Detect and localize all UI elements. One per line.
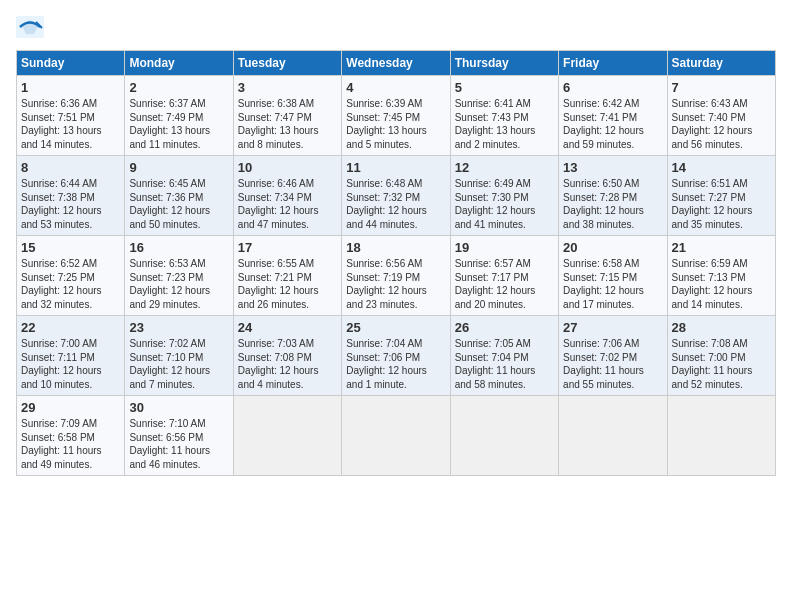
week-row-3: 15Sunrise: 6:52 AMSunset: 7:25 PMDayligh… (17, 236, 776, 316)
calendar-cell: 25Sunrise: 7:04 AMSunset: 7:06 PMDayligh… (342, 316, 450, 396)
day-number: 12 (455, 160, 554, 175)
day-number: 6 (563, 80, 662, 95)
calendar-cell: 13Sunrise: 6:50 AMSunset: 7:28 PMDayligh… (559, 156, 667, 236)
col-header-wednesday: Wednesday (342, 51, 450, 76)
calendar-cell: 1Sunrise: 6:36 AMSunset: 7:51 PMDaylight… (17, 76, 125, 156)
cell-content: Sunrise: 6:58 AMSunset: 7:15 PMDaylight:… (563, 257, 662, 311)
day-number: 4 (346, 80, 445, 95)
day-number: 2 (129, 80, 228, 95)
col-header-monday: Monday (125, 51, 233, 76)
cell-content: Sunrise: 6:50 AMSunset: 7:28 PMDaylight:… (563, 177, 662, 231)
header-row: SundayMondayTuesdayWednesdayThursdayFrid… (17, 51, 776, 76)
calendar-cell: 27Sunrise: 7:06 AMSunset: 7:02 PMDayligh… (559, 316, 667, 396)
calendar-cell (667, 396, 775, 476)
calendar-cell (342, 396, 450, 476)
cell-content: Sunrise: 7:03 AMSunset: 7:08 PMDaylight:… (238, 337, 337, 391)
cell-content: Sunrise: 6:55 AMSunset: 7:21 PMDaylight:… (238, 257, 337, 311)
logo (16, 16, 48, 38)
calendar-table: SundayMondayTuesdayWednesdayThursdayFrid… (16, 50, 776, 476)
calendar-cell: 5Sunrise: 6:41 AMSunset: 7:43 PMDaylight… (450, 76, 558, 156)
calendar-cell: 6Sunrise: 6:42 AMSunset: 7:41 PMDaylight… (559, 76, 667, 156)
cell-content: Sunrise: 6:41 AMSunset: 7:43 PMDaylight:… (455, 97, 554, 151)
calendar-cell: 29Sunrise: 7:09 AMSunset: 6:58 PMDayligh… (17, 396, 125, 476)
cell-content: Sunrise: 7:09 AMSunset: 6:58 PMDaylight:… (21, 417, 120, 471)
calendar-cell: 24Sunrise: 7:03 AMSunset: 7:08 PMDayligh… (233, 316, 341, 396)
cell-content: Sunrise: 6:42 AMSunset: 7:41 PMDaylight:… (563, 97, 662, 151)
calendar-cell: 14Sunrise: 6:51 AMSunset: 7:27 PMDayligh… (667, 156, 775, 236)
calendar-cell: 17Sunrise: 6:55 AMSunset: 7:21 PMDayligh… (233, 236, 341, 316)
calendar-cell: 3Sunrise: 6:38 AMSunset: 7:47 PMDaylight… (233, 76, 341, 156)
col-header-saturday: Saturday (667, 51, 775, 76)
week-row-5: 29Sunrise: 7:09 AMSunset: 6:58 PMDayligh… (17, 396, 776, 476)
col-header-sunday: Sunday (17, 51, 125, 76)
cell-content: Sunrise: 6:52 AMSunset: 7:25 PMDaylight:… (21, 257, 120, 311)
day-number: 15 (21, 240, 120, 255)
calendar-cell: 28Sunrise: 7:08 AMSunset: 7:00 PMDayligh… (667, 316, 775, 396)
day-number: 17 (238, 240, 337, 255)
cell-content: Sunrise: 6:53 AMSunset: 7:23 PMDaylight:… (129, 257, 228, 311)
cell-content: Sunrise: 7:08 AMSunset: 7:00 PMDaylight:… (672, 337, 771, 391)
calendar-cell: 30Sunrise: 7:10 AMSunset: 6:56 PMDayligh… (125, 396, 233, 476)
cell-content: Sunrise: 6:45 AMSunset: 7:36 PMDaylight:… (129, 177, 228, 231)
cell-content: Sunrise: 6:39 AMSunset: 7:45 PMDaylight:… (346, 97, 445, 151)
day-number: 18 (346, 240, 445, 255)
logo-icon (16, 16, 44, 38)
cell-content: Sunrise: 6:51 AMSunset: 7:27 PMDaylight:… (672, 177, 771, 231)
page-header (16, 16, 776, 38)
cell-content: Sunrise: 6:37 AMSunset: 7:49 PMDaylight:… (129, 97, 228, 151)
calendar-cell (450, 396, 558, 476)
calendar-cell: 10Sunrise: 6:46 AMSunset: 7:34 PMDayligh… (233, 156, 341, 236)
cell-content: Sunrise: 7:04 AMSunset: 7:06 PMDaylight:… (346, 337, 445, 391)
day-number: 9 (129, 160, 228, 175)
cell-content: Sunrise: 6:43 AMSunset: 7:40 PMDaylight:… (672, 97, 771, 151)
day-number: 16 (129, 240, 228, 255)
cell-content: Sunrise: 6:49 AMSunset: 7:30 PMDaylight:… (455, 177, 554, 231)
col-header-friday: Friday (559, 51, 667, 76)
day-number: 14 (672, 160, 771, 175)
day-number: 7 (672, 80, 771, 95)
day-number: 19 (455, 240, 554, 255)
calendar-cell: 11Sunrise: 6:48 AMSunset: 7:32 PMDayligh… (342, 156, 450, 236)
calendar-cell: 12Sunrise: 6:49 AMSunset: 7:30 PMDayligh… (450, 156, 558, 236)
calendar-cell: 16Sunrise: 6:53 AMSunset: 7:23 PMDayligh… (125, 236, 233, 316)
calendar-cell: 18Sunrise: 6:56 AMSunset: 7:19 PMDayligh… (342, 236, 450, 316)
day-number: 1 (21, 80, 120, 95)
calendar-cell: 9Sunrise: 6:45 AMSunset: 7:36 PMDaylight… (125, 156, 233, 236)
day-number: 5 (455, 80, 554, 95)
day-number: 13 (563, 160, 662, 175)
day-number: 3 (238, 80, 337, 95)
day-number: 27 (563, 320, 662, 335)
day-number: 10 (238, 160, 337, 175)
cell-content: Sunrise: 6:56 AMSunset: 7:19 PMDaylight:… (346, 257, 445, 311)
calendar-cell: 26Sunrise: 7:05 AMSunset: 7:04 PMDayligh… (450, 316, 558, 396)
day-number: 30 (129, 400, 228, 415)
calendar-cell: 20Sunrise: 6:58 AMSunset: 7:15 PMDayligh… (559, 236, 667, 316)
cell-content: Sunrise: 7:06 AMSunset: 7:02 PMDaylight:… (563, 337, 662, 391)
calendar-cell: 22Sunrise: 7:00 AMSunset: 7:11 PMDayligh… (17, 316, 125, 396)
cell-content: Sunrise: 6:38 AMSunset: 7:47 PMDaylight:… (238, 97, 337, 151)
day-number: 8 (21, 160, 120, 175)
col-header-thursday: Thursday (450, 51, 558, 76)
cell-content: Sunrise: 7:10 AMSunset: 6:56 PMDaylight:… (129, 417, 228, 471)
cell-content: Sunrise: 6:44 AMSunset: 7:38 PMDaylight:… (21, 177, 120, 231)
day-number: 29 (21, 400, 120, 415)
cell-content: Sunrise: 6:57 AMSunset: 7:17 PMDaylight:… (455, 257, 554, 311)
cell-content: Sunrise: 6:46 AMSunset: 7:34 PMDaylight:… (238, 177, 337, 231)
day-number: 25 (346, 320, 445, 335)
week-row-4: 22Sunrise: 7:00 AMSunset: 7:11 PMDayligh… (17, 316, 776, 396)
day-number: 21 (672, 240, 771, 255)
calendar-cell (233, 396, 341, 476)
calendar-cell: 2Sunrise: 6:37 AMSunset: 7:49 PMDaylight… (125, 76, 233, 156)
calendar-cell: 4Sunrise: 6:39 AMSunset: 7:45 PMDaylight… (342, 76, 450, 156)
calendar-cell: 21Sunrise: 6:59 AMSunset: 7:13 PMDayligh… (667, 236, 775, 316)
calendar-cell: 23Sunrise: 7:02 AMSunset: 7:10 PMDayligh… (125, 316, 233, 396)
day-number: 26 (455, 320, 554, 335)
day-number: 11 (346, 160, 445, 175)
calendar-cell: 15Sunrise: 6:52 AMSunset: 7:25 PMDayligh… (17, 236, 125, 316)
calendar-cell (559, 396, 667, 476)
cell-content: Sunrise: 6:48 AMSunset: 7:32 PMDaylight:… (346, 177, 445, 231)
day-number: 28 (672, 320, 771, 335)
cell-content: Sunrise: 6:59 AMSunset: 7:13 PMDaylight:… (672, 257, 771, 311)
calendar-cell: 7Sunrise: 6:43 AMSunset: 7:40 PMDaylight… (667, 76, 775, 156)
cell-content: Sunrise: 7:00 AMSunset: 7:11 PMDaylight:… (21, 337, 120, 391)
